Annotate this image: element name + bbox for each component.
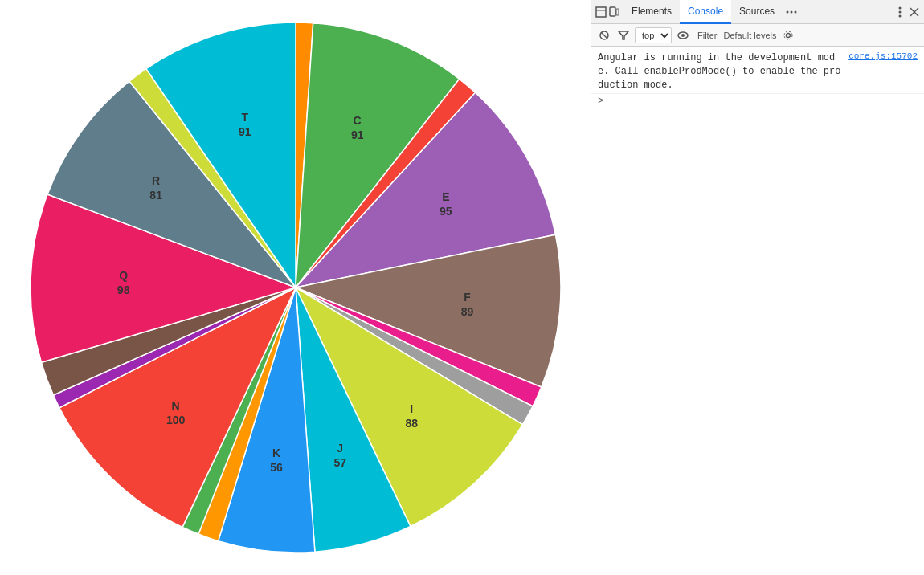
svg-point-18: [784, 31, 792, 39]
devtools-tabs: Elements Console Sources: [591, 0, 924, 24]
context-select[interactable]: top: [635, 27, 672, 43]
svg-point-7: [899, 6, 902, 9]
label-i: I: [410, 402, 413, 415]
svg-point-4: [787, 10, 789, 13]
label-n: N: [171, 399, 179, 412]
filter-label: Filter: [697, 31, 717, 40]
settings-gear-icon[interactable]: [780, 27, 796, 43]
console-source-link[interactable]: core.js:15702: [848, 51, 918, 61]
value-t: 91: [238, 125, 251, 138]
tab-elements[interactable]: Elements: [623, 0, 680, 24]
svg-marker-14: [619, 31, 628, 39]
value-e: 95: [440, 205, 452, 218]
console-log-line: Angular is running in the development mo…: [591, 50, 924, 94]
clear-console-button[interactable]: [596, 27, 612, 43]
label-j: J: [337, 442, 343, 455]
svg-rect-0: [596, 7, 606, 17]
value-k: 56: [270, 461, 283, 474]
filter-toggle-button[interactable]: [615, 27, 632, 43]
svg-point-16: [681, 34, 685, 37]
devtools-toolbar: top Filter Default levels: [591, 24, 924, 47]
value-c: 91: [350, 128, 363, 141]
svg-point-8: [899, 10, 902, 13]
chart-area: C91E95F89I88J57K56N100Q98R81T91: [0, 0, 591, 575]
close-icon[interactable]: [908, 6, 921, 18]
svg-rect-2: [610, 7, 615, 16]
label-t: T: [241, 111, 248, 124]
value-f: 89: [460, 305, 473, 318]
value-n: 100: [166, 414, 185, 426]
more-options-icon[interactable]: [893, 6, 906, 18]
console-prompt[interactable]: >: [591, 94, 924, 108]
devtools-panel: Elements Console Sources: [591, 0, 924, 575]
label-q: Q: [119, 269, 128, 282]
svg-line-13: [601, 32, 607, 39]
device-icon[interactable]: [607, 6, 620, 18]
console-output: Angular is running in the development mo…: [591, 47, 924, 575]
pie-chart: C91E95F89I88J57K56N100Q98R81T91: [14, 6, 577, 569]
svg-point-9: [899, 14, 902, 17]
label-f: F: [464, 291, 471, 304]
tab-actions: [893, 6, 921, 18]
svg-point-17: [786, 33, 790, 37]
label-e: E: [442, 190, 449, 203]
svg-point-5: [791, 10, 793, 13]
tab-sources[interactable]: Sources: [731, 0, 783, 24]
value-i: 88: [405, 417, 418, 430]
value-j: 57: [333, 456, 346, 469]
value-q: 98: [117, 283, 129, 296]
label-c: C: [353, 114, 361, 127]
value-r: 81: [149, 189, 162, 202]
eye-icon-button[interactable]: [675, 27, 691, 43]
inspect-icon[interactable]: [595, 6, 607, 18]
tab-console[interactable]: Console: [680, 0, 731, 24]
label-k: K: [272, 447, 280, 459]
svg-point-6: [795, 10, 797, 13]
more-tabs-icon[interactable]: [783, 3, 800, 21]
label-r: R: [152, 174, 160, 187]
levels-label: Default levels: [723, 31, 776, 40]
svg-rect-3: [616, 9, 619, 15]
console-message: Angular is running in the development mo…: [598, 51, 842, 92]
